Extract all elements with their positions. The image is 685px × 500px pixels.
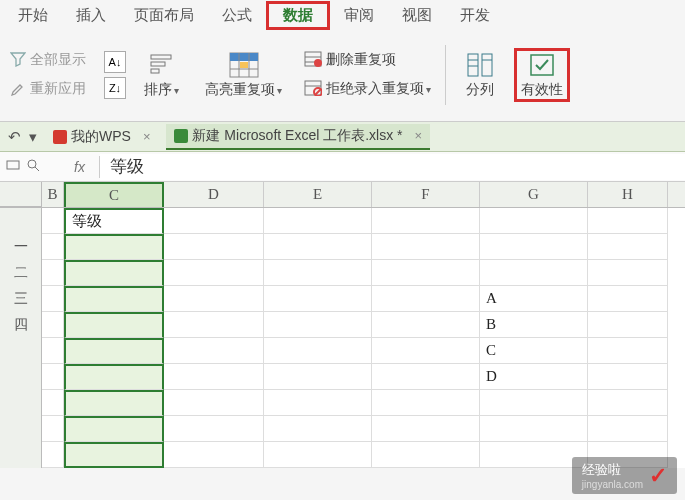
cell[interactable]: [588, 390, 668, 416]
cell[interactable]: [372, 416, 480, 442]
row-header[interactable]: [0, 416, 42, 442]
cell[interactable]: [64, 286, 164, 312]
cell[interactable]: [64, 312, 164, 338]
cell[interactable]: [42, 312, 64, 338]
cell[interactable]: [480, 416, 588, 442]
cell-g7[interactable]: D: [480, 364, 588, 390]
col-header-g[interactable]: G: [480, 182, 588, 207]
highlight-duplicates-button[interactable]: 高亮重复项▾: [197, 49, 290, 101]
close-icon[interactable]: ×: [143, 129, 151, 144]
cell[interactable]: [164, 260, 264, 286]
cell[interactable]: [372, 338, 480, 364]
cell-g6[interactable]: C: [480, 338, 588, 364]
cell[interactable]: [372, 286, 480, 312]
cell-g5[interactable]: B: [480, 312, 588, 338]
remove-duplicates-button[interactable]: 删除重复项: [300, 49, 435, 72]
col-header-h[interactable]: H: [588, 182, 668, 207]
cell[interactable]: [164, 286, 264, 312]
cell[interactable]: [42, 208, 64, 234]
tab-insert[interactable]: 插入: [62, 1, 120, 30]
cell[interactable]: [480, 234, 588, 260]
data-validation-button[interactable]: 有效性: [514, 48, 570, 102]
wps-home-tab[interactable]: 我的WPS ×: [45, 125, 158, 149]
cell[interactable]: [164, 390, 264, 416]
cell[interactable]: [264, 260, 372, 286]
cell[interactable]: [64, 234, 164, 260]
fx-label[interactable]: fx: [60, 156, 100, 178]
cell[interactable]: [264, 390, 372, 416]
formula-input[interactable]: [100, 154, 685, 180]
row-header[interactable]: 四: [0, 312, 42, 338]
col-header-f[interactable]: F: [372, 182, 480, 207]
undo-button[interactable]: ↶: [8, 128, 21, 146]
sort-asc-button[interactable]: A↓: [104, 51, 126, 73]
cell[interactable]: [372, 364, 480, 390]
cell[interactable]: [64, 390, 164, 416]
cell[interactable]: [64, 260, 164, 286]
row-header[interactable]: [0, 208, 42, 234]
cell[interactable]: [480, 260, 588, 286]
cell-g4[interactable]: A: [480, 286, 588, 312]
cell[interactable]: [480, 390, 588, 416]
tab-review[interactable]: 审阅: [330, 1, 388, 30]
cell[interactable]: [164, 234, 264, 260]
cell[interactable]: [64, 442, 164, 468]
cell[interactable]: [164, 338, 264, 364]
cell[interactable]: [164, 364, 264, 390]
cell-c1[interactable]: 等级: [64, 208, 164, 234]
cell[interactable]: [42, 234, 64, 260]
cell[interactable]: [372, 260, 480, 286]
cell[interactable]: [164, 442, 264, 468]
sort-desc-button[interactable]: Z↓: [104, 77, 126, 99]
row-header[interactable]: [0, 390, 42, 416]
reapply-button[interactable]: 重新应用: [6, 78, 90, 101]
cell[interactable]: [588, 260, 668, 286]
tab-view[interactable]: 视图: [388, 1, 446, 30]
cell[interactable]: [372, 390, 480, 416]
cell[interactable]: [480, 208, 588, 234]
cell[interactable]: [588, 312, 668, 338]
show-all-button[interactable]: 全部显示: [6, 49, 90, 72]
row-header[interactable]: [0, 364, 42, 390]
cell[interactable]: [164, 312, 264, 338]
cell[interactable]: [64, 416, 164, 442]
row-header[interactable]: [0, 442, 42, 468]
cell[interactable]: [372, 442, 480, 468]
row-header[interactable]: 二: [0, 260, 42, 286]
cell[interactable]: [264, 416, 372, 442]
row-header[interactable]: 一: [0, 234, 42, 260]
cell[interactable]: [264, 442, 372, 468]
cell[interactable]: [372, 312, 480, 338]
cell[interactable]: [588, 208, 668, 234]
sort-button[interactable]: 排序▾: [136, 49, 187, 101]
col-header-e[interactable]: E: [264, 182, 372, 207]
cell[interactable]: [164, 208, 264, 234]
redo-button[interactable]: ▾: [29, 128, 37, 146]
cell[interactable]: [264, 286, 372, 312]
tab-page-layout[interactable]: 页面布局: [120, 1, 208, 30]
cell[interactable]: [42, 364, 64, 390]
cell[interactable]: [264, 312, 372, 338]
row-header[interactable]: [0, 338, 42, 364]
cell[interactable]: [42, 442, 64, 468]
text-to-columns-button[interactable]: 分列: [456, 49, 504, 101]
cell[interactable]: [264, 208, 372, 234]
tab-formula[interactable]: 公式: [208, 1, 266, 30]
cell[interactable]: [42, 390, 64, 416]
cell[interactable]: [588, 234, 668, 260]
cell[interactable]: [264, 364, 372, 390]
cell[interactable]: [588, 416, 668, 442]
row-header[interactable]: 三: [0, 286, 42, 312]
tab-home[interactable]: 开始: [4, 1, 62, 30]
cell[interactable]: [372, 234, 480, 260]
tab-dev[interactable]: 开发: [446, 1, 504, 30]
cell[interactable]: [588, 364, 668, 390]
cell[interactable]: [42, 260, 64, 286]
cell[interactable]: [42, 286, 64, 312]
tab-data[interactable]: 数据: [266, 1, 330, 30]
active-doc-tab[interactable]: 新建 Microsoft Excel 工作表.xlsx * ×: [166, 124, 430, 150]
close-icon[interactable]: ×: [415, 128, 423, 143]
col-header-c[interactable]: C: [64, 182, 164, 207]
col-header-b[interactable]: B: [42, 182, 64, 207]
cell[interactable]: [588, 338, 668, 364]
